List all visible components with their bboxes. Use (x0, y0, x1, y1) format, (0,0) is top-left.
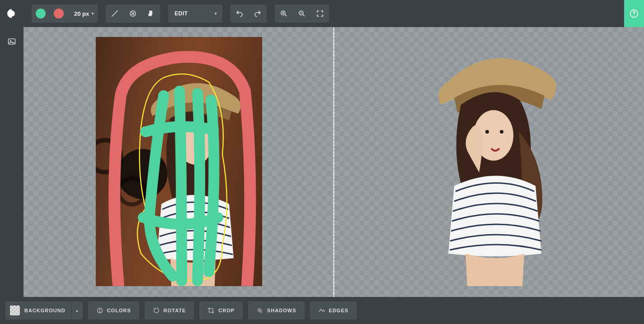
crop-label: CROP (218, 308, 235, 313)
background-label: BACKGROUND (24, 308, 71, 313)
history-group (230, 5, 267, 23)
colors-label: COLORS (107, 308, 131, 313)
tool-group (106, 5, 160, 23)
brush-size-label: 20 px (74, 10, 89, 17)
subject-illustration (134, 69, 252, 286)
rotate-button[interactable]: ROTATE (145, 301, 194, 319)
transparency-chip-icon (10, 305, 20, 315)
result-pane[interactable] (334, 27, 644, 297)
left-rail (0, 27, 24, 297)
edges-icon (318, 307, 325, 314)
remove-brush-button[interactable] (50, 5, 68, 23)
svg-point-6 (178, 121, 212, 165)
source-pane[interactable] (24, 27, 333, 297)
contrast-icon (96, 307, 103, 314)
mode-group: EDIT ▾ (168, 5, 222, 23)
zoom-group (275, 5, 329, 23)
canvas-area (24, 27, 644, 297)
edges-label: EDGES (329, 308, 349, 313)
brush-size-dropdown[interactable]: 20 px ▾ (68, 5, 98, 23)
crop-icon (207, 307, 215, 314)
fit-screen-button[interactable] (311, 5, 329, 23)
crop-button[interactable]: CROP (199, 301, 243, 319)
background-dropdown-toggle[interactable]: ▴ (71, 301, 83, 319)
source-image (96, 37, 262, 286)
chevron-down-icon: ▾ (215, 11, 217, 16)
redo-button[interactable] (249, 5, 267, 23)
bottom-toolbar: BACKGROUND ▴ COLORS ROTATE CROP SHADOWS … (0, 297, 644, 324)
chevron-down-icon: ▾ (92, 11, 94, 16)
remove-swatch-icon (54, 9, 64, 19)
colors-button[interactable]: COLORS (88, 301, 139, 319)
svg-point-10 (500, 130, 503, 134)
shadows-icon (256, 307, 263, 314)
zoom-in-button[interactable] (275, 5, 293, 23)
svg-point-9 (485, 130, 489, 134)
eraser-button[interactable] (106, 5, 124, 23)
keep-brush-button[interactable] (32, 5, 50, 23)
cutout-image (429, 37, 560, 286)
app-logo[interactable] (0, 0, 24, 27)
shadows-label: SHADOWS (267, 308, 296, 313)
rotate-icon (153, 307, 160, 314)
clear-marks-button[interactable] (124, 5, 142, 23)
edit-mode-label: EDIT (174, 10, 188, 17)
background-selector[interactable]: BACKGROUND ▴ (5, 301, 83, 319)
top-toolbar: 20 px ▾ EDIT ▾ (0, 0, 644, 27)
shadows-button[interactable]: SHADOWS (248, 301, 304, 319)
help-button[interactable] (624, 0, 644, 27)
edges-button[interactable]: EDGES (310, 301, 357, 319)
edit-mode-dropdown[interactable]: EDIT ▾ (168, 5, 222, 23)
pan-button[interactable] (142, 5, 160, 23)
undo-button[interactable] (230, 5, 249, 23)
zoom-out-button[interactable] (293, 5, 311, 23)
keep-swatch-icon (36, 9, 46, 19)
images-panel-button[interactable] (4, 33, 20, 50)
rotate-label: ROTATE (164, 308, 186, 313)
brush-group: 20 px ▾ (32, 5, 98, 23)
